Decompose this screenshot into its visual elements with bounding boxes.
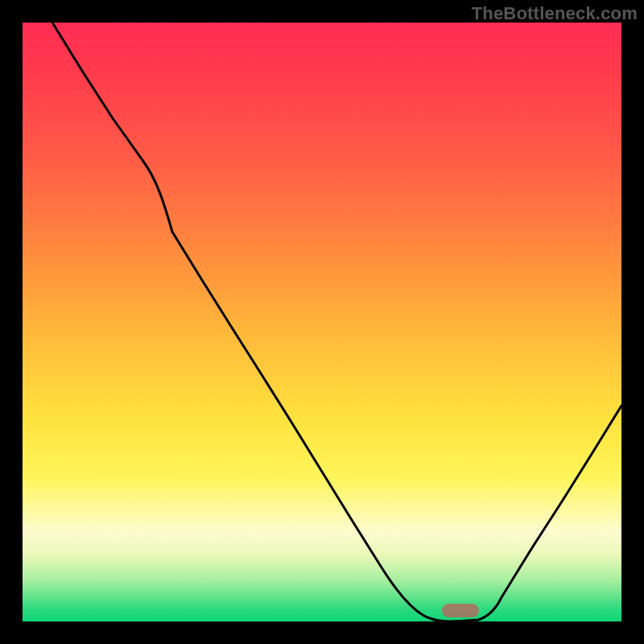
watermark-text: TheBottleneck.com bbox=[472, 3, 638, 24]
bottleneck-curve bbox=[23, 23, 621, 621]
optimum-marker bbox=[442, 604, 479, 617]
outer-frame: TheBottleneck.com bbox=[0, 0, 644, 644]
plot-area bbox=[23, 23, 621, 621]
